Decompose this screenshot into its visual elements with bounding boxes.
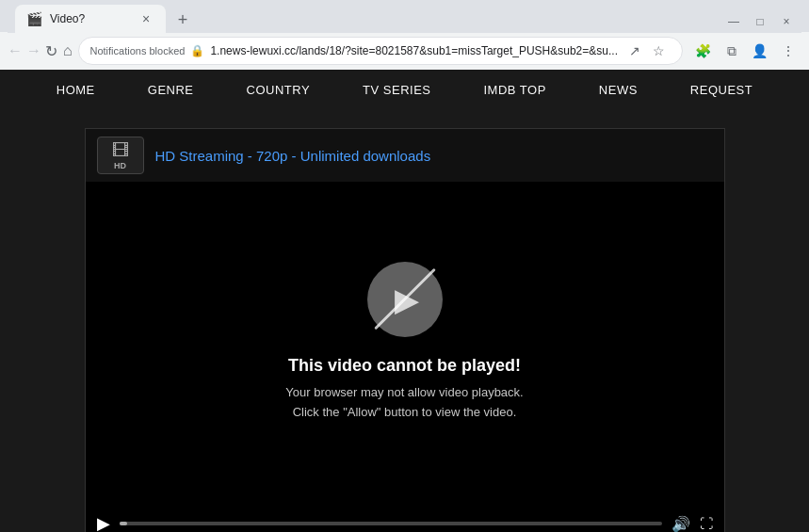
profile-icon[interactable]: 👤: [747, 38, 773, 64]
address-right-icons: ↗ ☆: [623, 40, 671, 62]
new-tab-button[interactable]: +: [170, 7, 196, 33]
nav-item-imdb-top[interactable]: IMDB TOP: [457, 70, 572, 109]
video-area[interactable]: ▶ This video cannot be played! Your brow…: [86, 182, 724, 502]
nav-item-request[interactable]: REQUEST: [664, 70, 779, 109]
progress-bar[interactable]: [120, 522, 662, 525]
video-controls: ▶ 🔊 ⛶: [86, 502, 724, 532]
notification-blocked-label: Notifications blocked: [90, 45, 186, 56]
share-page-icon[interactable]: ↗: [623, 40, 646, 62]
refresh-button[interactable]: ↻: [45, 38, 57, 64]
hd-label: HD: [114, 161, 126, 170]
fullscreen-button[interactable]: ⛶: [700, 516, 713, 531]
browser-tab[interactable]: 🎬 Video? ×: [15, 5, 166, 33]
close-window-button[interactable]: ×: [779, 14, 794, 29]
video-container: 🎞 HD HD Streaming - 720p - Unlimited dow…: [85, 128, 725, 532]
error-title: This video cannot be played!: [285, 356, 523, 376]
streaming-title: HD Streaming - 720p - Unlimited download…: [155, 148, 431, 164]
menu-icon[interactable]: ⋮: [775, 38, 801, 64]
address-bar-row: ← → ↻ ⌂ Notifications blocked 🔒 1.news-l…: [0, 32, 809, 70]
nav-item-country[interactable]: COUNTRY: [220, 70, 337, 109]
play-blocked-icon: ▶: [367, 262, 443, 337]
tab-favicon: 🎬: [26, 11, 42, 26]
tab-close-button[interactable]: ×: [138, 10, 154, 27]
nav-item-tv-series[interactable]: TV SERIES: [336, 70, 457, 109]
play-button[interactable]: ▶: [97, 513, 110, 532]
puzzle-icon[interactable]: 🧩: [690, 38, 717, 64]
video-header: 🎞 HD HD Streaming - 720p - Unlimited dow…: [86, 129, 724, 182]
site-nav: HOME GENRE COUNTRY TV SERIES IMDB TOP NE…: [0, 70, 809, 109]
lock-icon: 🔒: [190, 44, 204, 57]
maximize-button[interactable]: □: [752, 14, 768, 29]
forward-button[interactable]: →: [26, 38, 41, 64]
progress-fill: [120, 522, 127, 525]
minimize-button[interactable]: —: [726, 14, 741, 29]
toolbar-right: 🧩 ⧉ 👤 ⋮: [690, 38, 801, 64]
hd-icon: 🎞 HD: [97, 137, 144, 174]
volume-button[interactable]: 🔊: [671, 515, 690, 533]
reel-icon: 🎞: [112, 141, 129, 161]
url-text: 1.news-lewuxi.cc/lands/18/?site=8021587&…: [210, 44, 618, 57]
bookmark-icon[interactable]: ☆: [648, 40, 671, 62]
nav-item-home[interactable]: HOME: [30, 70, 121, 109]
home-button[interactable]: ⌂: [61, 38, 73, 64]
sidebar-icon[interactable]: ⧉: [719, 38, 745, 64]
nav-item-genre[interactable]: GENRE: [121, 70, 220, 109]
error-sub2: Click the "Allow" button to view the vid…: [285, 403, 523, 423]
video-message: This video cannot be played! Your browse…: [285, 356, 523, 423]
nav-item-news[interactable]: NEWS: [573, 70, 664, 109]
tab-title: Video?: [50, 12, 130, 25]
back-button[interactable]: ←: [8, 38, 23, 64]
error-sub1: Your browser may not allow video playbac…: [285, 383, 523, 403]
title-bar: 🎬 Video? × + — □ ×: [0, 0, 809, 32]
main-content: 🎞 HD HD Streaming - 720p - Unlimited dow…: [0, 109, 809, 532]
address-bar[interactable]: Notifications blocked 🔒 1.news-lewuxi.cc…: [78, 37, 683, 65]
slash-overlay: [374, 268, 436, 330]
